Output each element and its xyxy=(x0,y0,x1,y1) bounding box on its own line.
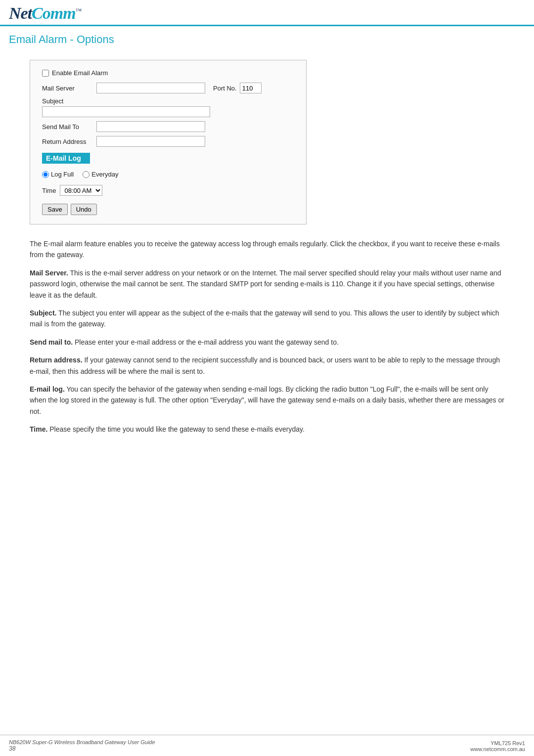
log-full-radio[interactable] xyxy=(42,171,49,178)
return-address-paragraph: Return address. If your gateway cannot s… xyxy=(30,355,504,377)
radio-row: Log Full Everyday xyxy=(42,171,294,178)
footer-left: NB620W Super-G Wireless Broadband Gatewa… xyxy=(9,739,155,752)
everyday-radio-item: Everyday xyxy=(83,171,118,178)
email-log-header: E-Mail Log xyxy=(42,153,90,164)
subject-input[interactable] xyxy=(42,106,210,117)
everyday-label: Everyday xyxy=(91,171,118,178)
main-content: Enable Email Alarm Mail Server Port No. … xyxy=(0,50,534,453)
mail-server-input[interactable] xyxy=(96,83,205,93)
email-log-paragraph: E-mail log. You can specify the behavior… xyxy=(30,384,504,417)
enable-email-alarm-label: Enable Email Alarm xyxy=(52,69,108,77)
subject-paragraph: Subject. The subject you enter will appe… xyxy=(30,308,504,330)
footer-right: YML725 Rev1 www.netcomm.com.au xyxy=(470,740,525,752)
subject-term: Subject. xyxy=(30,309,56,317)
email-log-term: E-mail log. xyxy=(30,385,65,393)
log-full-radio-item: Log Full xyxy=(42,171,74,178)
logo-italic: NetComm™ xyxy=(9,4,81,22)
return-address-term: Return address. xyxy=(30,356,83,364)
form-panel: Enable Email Alarm Mail Server Port No. … xyxy=(30,60,307,224)
description-section: The E-mail alarm feature enables you to … xyxy=(30,238,504,435)
email-log-desc: You can specify the behavior of the gate… xyxy=(30,385,504,415)
logo: NetComm™ xyxy=(9,5,81,22)
button-row: Save Undo xyxy=(42,204,294,215)
return-address-input[interactable] xyxy=(96,136,205,147)
time-paragraph: Time. Please specify the time you would … xyxy=(30,424,504,435)
header: NetComm™ xyxy=(0,0,534,26)
send-mail-to-row: Send Mail To xyxy=(42,121,294,132)
footer-version: YML725 Rev1 xyxy=(470,740,525,746)
subject-desc: The subject you enter will appear as the… xyxy=(30,309,499,328)
return-address-label: Return Address xyxy=(42,138,96,145)
return-address-desc: If your gateway cannot send to the recip… xyxy=(30,356,500,375)
footer: NB620W Super-G Wireless Broadband Gatewa… xyxy=(0,735,534,756)
mail-server-term: Mail Server. xyxy=(30,269,68,277)
send-mail-desc: Please enter your e-mail address or the … xyxy=(73,338,339,346)
send-mail-to-label: Send Mail To xyxy=(42,123,96,131)
everyday-radio[interactable] xyxy=(83,171,89,178)
enable-row: Enable Email Alarm xyxy=(42,69,294,77)
send-mail-to-input[interactable] xyxy=(96,121,205,132)
log-full-label: Log Full xyxy=(51,171,74,178)
subject-row: Subject xyxy=(42,97,294,117)
time-label: Time xyxy=(42,187,56,194)
logo-tm: ™ xyxy=(76,7,82,14)
mail-server-row: Mail Server Port No. xyxy=(42,83,294,93)
time-row: Time 08:00 AM 09:00 AM 10:00 AM 12:00 PM xyxy=(42,185,294,196)
logo-area: NetComm™ xyxy=(9,5,81,22)
footer-guide-title: NB620W Super-G Wireless Broadband Gatewa… xyxy=(9,739,155,745)
port-input[interactable] xyxy=(240,83,262,93)
enable-email-alarm-checkbox[interactable] xyxy=(42,70,49,77)
intro-paragraph: The E-mail alarm feature enables you to … xyxy=(30,238,504,261)
return-address-row: Return Address xyxy=(42,136,294,147)
mail-server-paragraph: Mail Server. This is the e-mail server a… xyxy=(30,267,504,301)
port-label: Port No. xyxy=(213,85,237,92)
time-select[interactable]: 08:00 AM 09:00 AM 10:00 AM 12:00 PM xyxy=(60,185,102,196)
footer-page-number: 38 xyxy=(9,745,155,752)
page-title: Email Alarm - Options xyxy=(0,30,534,50)
time-term: Time. xyxy=(30,425,47,433)
footer-website: www.netcomm.com.au xyxy=(470,746,525,752)
send-mail-term: Send mail to. xyxy=(30,338,73,346)
save-button[interactable]: Save xyxy=(42,204,68,215)
subject-label: Subject xyxy=(42,97,294,105)
time-desc: Please specify the time you would like t… xyxy=(47,425,305,433)
mail-server-desc: This is the e-mail server address on you… xyxy=(30,269,501,299)
undo-button[interactable]: Undo xyxy=(71,204,97,215)
mail-server-label: Mail Server xyxy=(42,85,96,92)
send-mail-paragraph: Send mail to. Please enter your e-mail a… xyxy=(30,337,504,348)
